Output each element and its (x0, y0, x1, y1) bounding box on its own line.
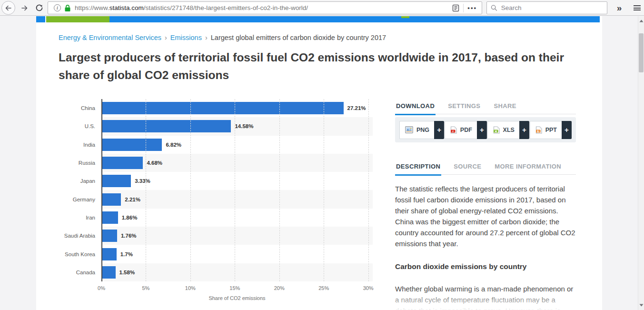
chart-bar[interactable] (101, 102, 344, 114)
download-pdf-label: PDF (460, 127, 472, 133)
chart-category-label: India (59, 142, 101, 148)
chart-row-area: 3.33% (101, 172, 373, 190)
chart-bar[interactable] (101, 120, 231, 132)
chart-bar[interactable] (101, 248, 117, 260)
download-group-xls: XLS + (487, 121, 529, 139)
breadcrumb-separator: › (165, 34, 167, 41)
download-ppt-plus-button[interactable]: + (562, 121, 572, 139)
download-png-label: PNG (416, 127, 429, 133)
chart-value-label: 1.58% (119, 270, 135, 275)
scroll-down-button[interactable] (638, 302, 644, 309)
chart-value-label: 1.86% (122, 215, 138, 220)
scroll-down-icon (639, 304, 644, 307)
browser-search[interactable] (486, 1, 607, 14)
site-header-green-segment (46, 16, 109, 22)
download-tabs: DOWNLOAD SETTINGS SHARE (395, 102, 576, 114)
download-xls-plus-button[interactable]: + (519, 121, 529, 139)
chart-bar[interactable] (101, 211, 118, 224)
info-tabs: DESCRIPTION SOURCE MORE INFORMATION (395, 162, 576, 175)
back-button[interactable] (1, 1, 15, 15)
browser-window: i https://www.statista.com/statistics/27… (0, 0, 644, 310)
section-body-text: Whether global warming is a man-made phe… (395, 283, 577, 310)
chart-row: Canada1.58% (59, 263, 373, 281)
chart-category-label: Iran (59, 215, 101, 220)
menu-button[interactable] (630, 0, 644, 16)
breadcrumb-separator: › (205, 34, 208, 41)
chart-row-area: 2.21% (101, 190, 373, 208)
overflow-button[interactable]: » (612, 0, 626, 16)
ppt-file-icon (535, 126, 542, 134)
chart-row-area: 1.76% (101, 227, 373, 245)
search-icon (491, 4, 497, 11)
breadcrumb-link-emissions[interactable]: Emissions (170, 34, 202, 41)
url-path: /statistics/271748/the-largest-emitters-… (144, 4, 308, 11)
statistic-description: The statistic reflects the largest produ… (395, 183, 577, 249)
chart-category-label: Russia (59, 160, 101, 166)
download-ppt-label: PPT (545, 127, 557, 133)
chart-category-label: China (59, 105, 101, 111)
chart-bar[interactable] (101, 139, 162, 151)
download-xls-label: XLS (503, 127, 515, 133)
download-ppt-button[interactable]: PPT (530, 121, 562, 139)
tab-description[interactable]: DESCRIPTION (395, 163, 441, 176)
chart-row: Saudi Arabia1.76% (59, 227, 373, 245)
chart-row-area: 4.68% (101, 154, 373, 172)
tab-download[interactable]: DOWNLOAD (395, 102, 436, 115)
breadcrumb-link-category[interactable]: Energy & Environmental Services (59, 34, 161, 41)
tab-source[interactable]: SOURCE (453, 163, 482, 175)
chart-x-axis: 0%5%10%15%20%25%30% (101, 285, 373, 292)
download-png-button[interactable]: PNG (399, 121, 434, 139)
urlbar-divider (463, 4, 464, 12)
page-info-icon[interactable]: i (54, 4, 61, 11)
chart-bar[interactable] (101, 266, 116, 279)
forward-button[interactable] (17, 1, 31, 15)
scroll-up-icon (639, 20, 644, 22)
scroll-up-button[interactable] (638, 18, 644, 24)
chart-bar[interactable] (101, 157, 143, 169)
download-pdf-button[interactable]: PDF (445, 121, 477, 139)
page-actions-icon[interactable]: ••• (467, 4, 479, 11)
reload-button[interactable] (32, 1, 46, 15)
download-pdf-plus-button[interactable]: + (477, 121, 487, 139)
download-png-plus-button[interactable]: + (434, 121, 444, 139)
chart-category-label: South Korea (59, 251, 101, 257)
chart-bar[interactable] (101, 193, 121, 206)
back-arrow-icon (5, 4, 12, 12)
chart-category-label: U.S. (59, 123, 101, 129)
chart-bar[interactable] (101, 175, 131, 187)
chart-row: China27.21% (59, 99, 373, 117)
download-group-ppt: PPT + (530, 121, 572, 139)
chart-bar[interactable] (101, 230, 117, 242)
x-tick-label: 25% (318, 285, 329, 291)
x-tick-label: 20% (274, 285, 285, 291)
x-tick-label: 15% (229, 285, 240, 291)
page-scrollbar[interactable] (638, 16, 644, 310)
chart-value-label: 1.76% (121, 233, 137, 239)
tab-share[interactable]: SHARE (493, 102, 517, 114)
chart-row-area: 27.21% (101, 99, 373, 117)
chart-row: Germany2.21% (59, 190, 373, 208)
search-input[interactable] (501, 4, 603, 11)
download-xls-button[interactable]: XLS (487, 121, 519, 139)
x-tick-label: 5% (142, 285, 149, 291)
page-title: Largest producers of territorial fossil … (59, 49, 577, 84)
x-tick-label: 0% (98, 285, 105, 291)
x-tick-label: 10% (185, 285, 196, 291)
pdf-file-icon (450, 126, 457, 134)
url-bar[interactable]: i https://www.statista.com/statistics/27… (48, 1, 482, 14)
scrollbar-thumb[interactable] (639, 33, 644, 72)
page-content: Energy & Environmental Services›Emission… (36, 16, 602, 310)
tab-settings[interactable]: SETTINGS (447, 102, 481, 114)
chart-row-area: 6.82% (101, 136, 373, 154)
url-scheme: https://www. (75, 4, 109, 11)
tab-more-information[interactable]: MORE INFORMATION (494, 163, 562, 175)
chart-category-label: Japan (59, 178, 101, 184)
reader-mode-icon[interactable] (452, 4, 459, 12)
url-domain: statista.com (109, 4, 144, 11)
forward-arrow-icon (20, 4, 28, 12)
chart-row: U.S.14.58% (59, 117, 373, 135)
secure-lock-icon (64, 4, 71, 12)
chart-row: Japan3.33% (59, 172, 373, 190)
chart-value-label: 6.82% (166, 142, 181, 148)
breadcrumb: Energy & Environmental Services›Emission… (59, 34, 386, 41)
